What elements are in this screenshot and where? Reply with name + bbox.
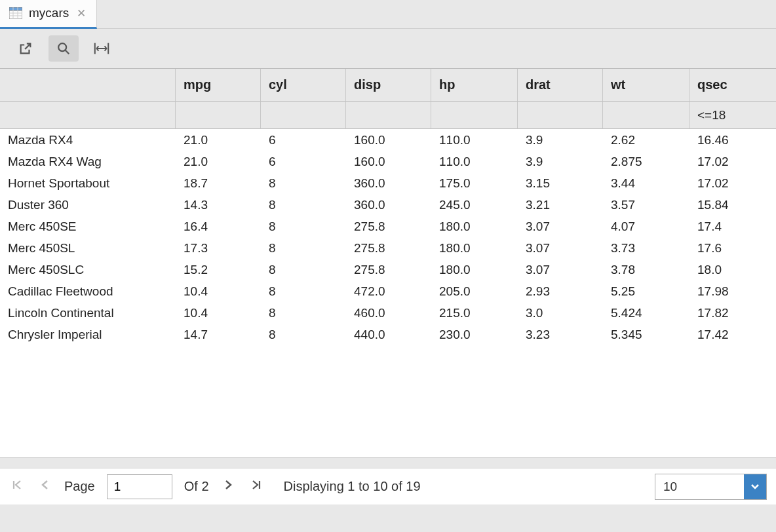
- cell-qsec: 17.02: [689, 172, 776, 194]
- cell-drat: 3.07: [518, 216, 603, 237]
- filter-cyl[interactable]: [261, 102, 346, 129]
- cell-mpg: 10.4: [176, 302, 261, 324]
- cell-wt: 3.73: [603, 237, 689, 259]
- cell-mpg: 21.0: [176, 151, 261, 172]
- header-qsec[interactable]: qsec: [689, 69, 776, 102]
- header-disp[interactable]: disp: [346, 69, 431, 102]
- popout-button[interactable]: [10, 35, 41, 62]
- cell-wt: 5.25: [603, 280, 689, 302]
- table-row[interactable]: Merc 450SL17.38275.8180.03.073.7317.6: [0, 237, 776, 259]
- cell-disp: 160.0: [346, 129, 431, 151]
- filter-mpg[interactable]: [176, 102, 261, 129]
- cell-name: Merc 450SLC: [0, 259, 176, 280]
- first-page-button[interactable]: [9, 479, 25, 494]
- cell-mpg: 14.7: [176, 324, 261, 345]
- cell-drat: 3.9: [518, 129, 603, 151]
- table-row[interactable]: Mazda RX4 Wag21.06160.0110.03.92.87517.0…: [0, 151, 776, 172]
- cell-hp: 205.0: [431, 280, 518, 302]
- cell-drat: 3.23: [518, 324, 603, 345]
- chevron-down-icon: [744, 474, 766, 499]
- cell-cyl: 8: [261, 194, 346, 216]
- cell-mpg: 17.3: [176, 237, 261, 259]
- next-page-button[interactable]: [221, 479, 237, 494]
- cell-cyl: 8: [261, 172, 346, 194]
- cell-qsec: 17.6: [689, 237, 776, 259]
- filter-rownames[interactable]: [0, 102, 176, 129]
- cell-name: Lincoln Continental: [0, 302, 176, 324]
- filter-row: <=18: [0, 102, 776, 129]
- cell-cyl: 8: [261, 216, 346, 237]
- cell-disp: 275.8: [346, 237, 431, 259]
- cell-hp: 110.0: [431, 151, 518, 172]
- cell-drat: 3.07: [518, 259, 603, 280]
- cell-qsec: 17.42: [689, 324, 776, 345]
- cell-drat: 3.0: [518, 302, 603, 324]
- cell-name: Merc 450SE: [0, 216, 176, 237]
- cell-disp: 360.0: [346, 194, 431, 216]
- cell-cyl: 8: [261, 259, 346, 280]
- header-drat[interactable]: drat: [518, 69, 603, 102]
- svg-point-7: [58, 43, 66, 51]
- cell-qsec: 17.4: [689, 216, 776, 237]
- cell-name: Chrysler Imperial: [0, 324, 176, 345]
- table-row[interactable]: Merc 450SLC15.28275.8180.03.073.7818.0: [0, 259, 776, 280]
- cell-qsec: 16.46: [689, 129, 776, 151]
- cell-wt: 3.78: [603, 259, 689, 280]
- cell-disp: 460.0: [346, 302, 431, 324]
- cell-name: Duster 360: [0, 194, 176, 216]
- filter-wt[interactable]: [603, 102, 689, 129]
- filter-disp[interactable]: [346, 102, 431, 129]
- cell-drat: 3.21: [518, 194, 603, 216]
- cell-hp: 110.0: [431, 129, 518, 151]
- svg-rect-0: [9, 7, 22, 10]
- tab-mycars[interactable]: mycars ✕: [0, 0, 97, 29]
- cell-name: Cadillac Fleetwood: [0, 280, 176, 302]
- header-hp[interactable]: hp: [431, 69, 518, 102]
- table-row[interactable]: Cadillac Fleetwood10.48472.0205.02.935.2…: [0, 280, 776, 302]
- cell-hp: 230.0: [431, 324, 518, 345]
- grid-body: Mazda RX421.06160.0110.03.92.6216.46Mazd…: [0, 129, 776, 457]
- filter-hp[interactable]: [431, 102, 518, 129]
- column-width-button[interactable]: [87, 35, 117, 62]
- cell-cyl: 6: [261, 151, 346, 172]
- search-button[interactable]: [48, 35, 79, 62]
- last-page-button[interactable]: [248, 479, 264, 494]
- cell-qsec: 17.82: [689, 302, 776, 324]
- cell-name: Mazda RX4 Wag: [0, 151, 176, 172]
- filter-drat[interactable]: [518, 102, 603, 129]
- header-rownames[interactable]: [0, 69, 176, 102]
- table-row[interactable]: Duster 36014.38360.0245.03.213.5715.84: [0, 194, 776, 216]
- table-row[interactable]: Hornet Sportabout18.78360.0175.03.153.44…: [0, 172, 776, 194]
- prev-page-button[interactable]: [37, 479, 52, 494]
- cell-drat: 3.9: [518, 151, 603, 172]
- cell-cyl: 8: [261, 302, 346, 324]
- cell-mpg: 18.7: [176, 172, 261, 194]
- close-icon[interactable]: ✕: [75, 7, 87, 20]
- cell-wt: 5.424: [603, 302, 689, 324]
- cell-wt: 5.345: [603, 324, 689, 345]
- header-mpg[interactable]: mpg: [176, 69, 261, 102]
- cell-hp: 180.0: [431, 259, 518, 280]
- table-row[interactable]: Merc 450SE16.48275.8180.03.074.0717.4: [0, 216, 776, 237]
- cell-disp: 360.0: [346, 172, 431, 194]
- cell-drat: 3.15: [518, 172, 603, 194]
- cell-hp: 175.0: [431, 172, 518, 194]
- cell-cyl: 8: [261, 280, 346, 302]
- page-input[interactable]: [107, 474, 172, 499]
- filter-qsec[interactable]: <=18: [689, 102, 776, 129]
- cell-name: Hornet Sportabout: [0, 172, 176, 194]
- table-row[interactable]: Chrysler Imperial14.78440.0230.03.235.34…: [0, 324, 776, 345]
- page-size-value: 10: [655, 480, 744, 494]
- cell-cyl: 8: [261, 237, 346, 259]
- cell-wt: 4.07: [603, 216, 689, 237]
- header-cyl[interactable]: cyl: [261, 69, 346, 102]
- cell-drat: 2.93: [518, 280, 603, 302]
- header-row: mpg cyl disp hp drat wt qsec: [0, 69, 776, 102]
- table-row[interactable]: Lincoln Continental10.48460.0215.03.05.4…: [0, 302, 776, 324]
- table-row[interactable]: Mazda RX421.06160.0110.03.92.6216.46: [0, 129, 776, 151]
- cell-name: Merc 450SL: [0, 237, 176, 259]
- toolbar: [0, 29, 776, 68]
- page-size-select[interactable]: 10: [655, 474, 767, 500]
- cell-wt: 3.57: [603, 194, 689, 216]
- header-wt[interactable]: wt: [603, 69, 689, 102]
